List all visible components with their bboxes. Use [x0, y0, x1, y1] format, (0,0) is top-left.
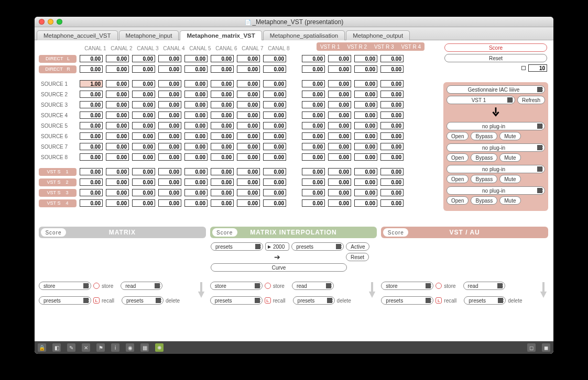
interp-presets-a[interactable]: presets▴▾: [211, 242, 263, 251]
matrix-cell[interactable]: 0.00: [132, 91, 155, 98]
matrix-cell[interactable]: 0.00: [80, 132, 103, 140]
interp-active[interactable]: Active: [346, 242, 369, 251]
store-select[interactable]: store▴▾: [39, 282, 91, 290]
matrix-cell[interactable]: 0.00: [184, 111, 208, 119]
matrix-cell[interactable]: 0.00: [80, 143, 103, 150]
delete-label[interactable]: delete: [337, 298, 351, 304]
matrix-cell[interactable]: 0.00: [237, 65, 260, 73]
grid-icon[interactable]: ▦: [140, 343, 149, 352]
matrix-cell[interactable]: 0.00: [106, 178, 129, 186]
matrix-vcell[interactable]: 0.00: [328, 111, 351, 119]
matrix-vcell[interactable]: 0.00: [302, 111, 325, 119]
presets-select-2[interactable]: presets▴▾: [464, 296, 506, 305]
store-select[interactable]: store▴▾: [210, 282, 263, 290]
matrix-cell[interactable]: 0.00: [184, 55, 208, 62]
presets-select[interactable]: presets▴▾: [210, 296, 263, 305]
interp-reset[interactable]: Reset: [346, 253, 369, 261]
matrix-cell[interactable]: 0.00: [158, 91, 181, 98]
score-pill-vstau[interactable]: Score: [383, 228, 408, 237]
matrix-cell[interactable]: 1.00: [80, 80, 103, 87]
matrix-vcell[interactable]: 0.00: [380, 80, 404, 87]
matrix-vcell[interactable]: 0.00: [302, 153, 325, 161]
matrix-cell[interactable]: 0.00: [132, 153, 155, 161]
matrix-vcell[interactable]: 0.00: [354, 143, 377, 150]
matrix-vcell[interactable]: 0.00: [380, 153, 404, 161]
matrix-cell[interactable]: 0.00: [237, 122, 260, 129]
matrix-vcell[interactable]: 0.00: [354, 168, 377, 175]
matrix-vcell[interactable]: 0.00: [302, 101, 325, 108]
matrix-cell[interactable]: 0.00: [158, 122, 181, 129]
matrix-cell[interactable]: 0.00: [237, 55, 260, 62]
matrix-cell[interactable]: 0.00: [237, 189, 260, 196]
matrix-vcell[interactable]: 0.00: [328, 168, 351, 175]
matrix-cell[interactable]: 0.00: [80, 153, 103, 161]
matrix-cell[interactable]: 0.00: [132, 189, 155, 196]
matrix-vcell[interactable]: 0.00: [354, 178, 377, 186]
matrix-cell[interactable]: 0.00: [106, 189, 129, 196]
lock-icon[interactable]: 🔒: [38, 343, 46, 352]
plugin-mute[interactable]: Mute: [499, 153, 520, 162]
matrix-cell[interactable]: 0.00: [184, 132, 208, 140]
matrix-cell[interactable]: 0.00: [211, 91, 234, 98]
plugin-select[interactable]: no plug-in▴▾: [447, 143, 545, 152]
matrix-cell[interactable]: 0.00: [184, 178, 208, 186]
matrix-cell[interactable]: 0.00: [211, 65, 234, 73]
matrix-vcell[interactable]: 0.00: [328, 65, 351, 73]
matrix-cell[interactable]: 0.00: [80, 122, 103, 129]
tab-3[interactable]: Metaphone_spatialisation: [263, 30, 345, 40]
matrix-vcell[interactable]: 0.00: [354, 91, 377, 98]
matrix-cell[interactable]: 0.00: [158, 189, 181, 196]
matrix-vcell[interactable]: 0.00: [380, 65, 404, 73]
matrix-cell[interactable]: 0.00: [80, 101, 103, 108]
read-select[interactable]: read▴▾: [463, 282, 505, 290]
tab-2[interactable]: Metaphone_matrix_VST: [180, 30, 262, 40]
store-select[interactable]: store▴▾: [381, 282, 433, 290]
matrix-cell[interactable]: 0.00: [106, 153, 129, 161]
score-pill-matrix[interactable]: Score: [41, 228, 66, 237]
matrix-vcell[interactable]: 0.00: [354, 101, 377, 108]
matrix-cell[interactable]: 0.00: [106, 55, 129, 62]
matrix-cell[interactable]: 0.00: [158, 111, 181, 119]
matrix-cell[interactable]: 0.00: [158, 153, 181, 161]
matrix-cell[interactable]: 0.00: [132, 65, 155, 73]
matrix-cell[interactable]: 0.00: [263, 178, 286, 186]
matrix-cell[interactable]: 0.00: [211, 199, 234, 207]
tool-icon-4[interactable]: ◉: [126, 343, 134, 352]
matrix-vcell[interactable]: 0.00: [380, 143, 404, 150]
matrix-cell[interactable]: 0.00: [184, 80, 208, 87]
matrix-cell[interactable]: 0.00: [263, 101, 286, 108]
plugin-bypass[interactable]: Bypass: [471, 132, 497, 140]
matrix-cell[interactable]: 0.00: [80, 199, 103, 207]
iac-select[interactable]: Gestionnaire IAC liiive▴▾: [447, 85, 545, 94]
matrix-cell[interactable]: 0.00: [158, 132, 181, 140]
matrix-vcell[interactable]: 0.00: [354, 199, 377, 207]
refresh-button[interactable]: Refresh: [517, 96, 545, 104]
matrix-cell[interactable]: 0.00: [263, 91, 286, 98]
matrix-cell[interactable]: 0.00: [211, 178, 234, 186]
matrix-vcell[interactable]: 0.00: [302, 178, 325, 186]
presets-select[interactable]: presets▴▾: [39, 296, 91, 305]
matrix-cell[interactable]: 0.00: [132, 55, 155, 62]
matrix-cell[interactable]: 0.00: [263, 122, 286, 129]
plugin-select[interactable]: no plug-in▴▾: [447, 122, 545, 130]
matrix-cell[interactable]: 0.00: [158, 178, 181, 186]
matrix-cell[interactable]: 0.00: [132, 143, 155, 150]
matrix-vcell[interactable]: 0.00: [380, 168, 404, 175]
tab-1[interactable]: Metaphone_input: [119, 30, 179, 40]
score-pill-interp[interactable]: Score: [212, 228, 237, 237]
matrix-cell[interactable]: 0.00: [211, 168, 234, 175]
matrix-vcell[interactable]: 0.00: [354, 80, 377, 87]
matrix-vcell[interactable]: 0.00: [302, 122, 325, 129]
matrix-vcell[interactable]: 0.00: [380, 55, 404, 62]
matrix-vcell[interactable]: 0.00: [328, 199, 351, 207]
matrix-cell[interactable]: 0.00: [237, 178, 260, 186]
matrix-cell[interactable]: 0.00: [184, 122, 208, 129]
matrix-vcell[interactable]: 0.00: [380, 189, 404, 196]
matrix-vcell[interactable]: 0.00: [328, 143, 351, 150]
play-icon[interactable]: [521, 66, 526, 70]
matrix-cell[interactable]: 0.00: [106, 101, 129, 108]
delete-label[interactable]: delete: [166, 298, 180, 304]
matrix-cell[interactable]: 0.00: [263, 153, 286, 161]
matrix-cell[interactable]: 0.00: [263, 80, 286, 87]
plugin-bypass[interactable]: Bypass: [471, 196, 497, 205]
